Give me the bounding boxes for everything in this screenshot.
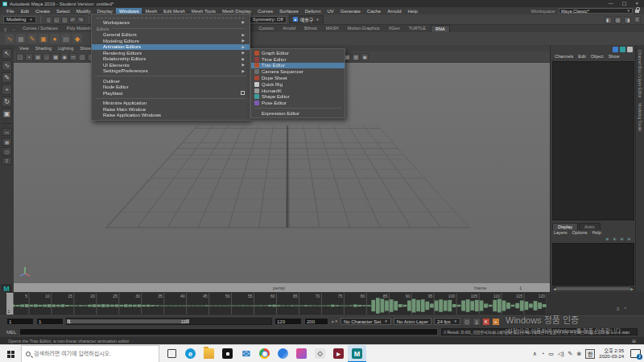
layout-menu-icon[interactable]: ≡ bbox=[2, 157, 12, 165]
fps-dropdown[interactable]: 24 fps▼ bbox=[434, 318, 460, 325]
mel-input[interactable] bbox=[19, 328, 438, 335]
workspace-controls-icon[interactable]: ≡ bbox=[634, 16, 641, 23]
submenu-item-humanik[interactable]: HumanIK bbox=[251, 88, 345, 94]
image-plane-icon[interactable]: ▦ bbox=[52, 53, 60, 61]
save-scene-icon[interactable]: ◫ bbox=[61, 16, 68, 23]
submenu-item-camera-sequencer[interactable]: Camera Sequencer bbox=[251, 68, 345, 75]
ime-indicator[interactable]: 한 bbox=[585, 349, 595, 359]
workspace-lock-icon[interactable] bbox=[635, 10, 639, 13]
shelf-tab-xgen[interactable]: XGen bbox=[385, 25, 404, 32]
taskbar-search[interactable] bbox=[21, 345, 159, 362]
minimize-button[interactable]: — bbox=[609, 0, 613, 7]
menu-item-raise-application-windows[interactable]: Raise Application Windows bbox=[92, 113, 250, 119]
menubar-item-uv[interactable]: UV bbox=[324, 8, 336, 14]
lighting-toggle-icon[interactable]: ◉ bbox=[361, 53, 369, 61]
menu-item-general-editors[interactable]: General Editors▶ bbox=[92, 32, 250, 39]
scale-tool-icon[interactable]: ▣ bbox=[2, 109, 12, 119]
shelf-tab-turtle[interactable]: TURTLE bbox=[405, 25, 430, 32]
menu-set-dropdown[interactable]: Modeling ▼ bbox=[3, 16, 36, 23]
input-indicator-icon[interactable]: ⊗ bbox=[576, 351, 581, 357]
menu-item-workspaces[interactable]: Workspaces▶ bbox=[92, 19, 250, 26]
shelf-tab-rna[interactable]: RNA bbox=[431, 25, 450, 32]
anim-layer-dropdown[interactable]: No Anim Layer bbox=[394, 318, 431, 325]
menu-item-playblast[interactable]: Playblast bbox=[92, 90, 250, 97]
submenu-item-time-editor[interactable]: Time Editor bbox=[251, 56, 345, 63]
mel-label[interactable]: MEL bbox=[6, 330, 16, 335]
panel-menu-shading[interactable]: Shading bbox=[33, 46, 54, 51]
layer-icon-4[interactable]: ▾ bbox=[626, 237, 632, 241]
poly-cube-icon[interactable]: ▣ bbox=[39, 34, 48, 43]
chrome-icon[interactable] bbox=[255, 345, 274, 362]
menubar-item-cache[interactable]: Cache bbox=[364, 8, 384, 14]
submenu-item-trax-editor[interactable]: Trax Editor bbox=[251, 63, 345, 69]
poly-extrude-icon[interactable]: ◆ bbox=[72, 34, 82, 43]
four-pane-layout-icon[interactable]: ▦ bbox=[2, 138, 12, 146]
shelf-tab-curves-surfaces[interactable]: Curves / Surfaces bbox=[19, 25, 62, 32]
undo-icon[interactable]: ↶ bbox=[69, 16, 76, 23]
film-gate-icon[interactable]: ◫ bbox=[78, 53, 86, 61]
menu-item-rendering-editors[interactable]: Rendering Editors▶ bbox=[92, 50, 250, 56]
channel-box-menu-channels[interactable]: Channels bbox=[553, 54, 575, 59]
layer-editor-content[interactable] bbox=[552, 243, 634, 286]
playback-start-field[interactable]: 1 bbox=[36, 318, 64, 325]
anim-start-field[interactable]: 1 bbox=[6, 318, 34, 325]
menu-item-modeling-editors[interactable]: Modeling Editors▶ bbox=[92, 38, 250, 44]
close-button[interactable]: × bbox=[635, 0, 638, 7]
layer-tab-display[interactable]: Display bbox=[552, 223, 578, 230]
anim-layer-filter-icon[interactable]: ≡ bbox=[617, 306, 620, 311]
menu-item-ui-elements[interactable]: UI Elements▶ bbox=[92, 62, 250, 68]
range-slider-bar[interactable]: 1 120 bbox=[68, 319, 188, 323]
poly-sphere-icon[interactable]: ● bbox=[50, 34, 60, 43]
menubar-item-edit[interactable]: Edit bbox=[18, 8, 32, 14]
maximize-button[interactable]: ▢ bbox=[622, 0, 627, 7]
menubar-item-arnold[interactable]: Arnold bbox=[384, 8, 404, 14]
submenu-item-quick-rig[interactable]: Quick Rig bbox=[251, 81, 345, 88]
menubar-item-deform[interactable]: Deform bbox=[302, 8, 324, 14]
shelf-tab-arnold[interactable]: Arnold bbox=[279, 25, 299, 32]
channel-edit-icon[interactable] bbox=[627, 47, 633, 52]
redo-icon[interactable]: ↷ bbox=[77, 16, 85, 23]
shelf-tab-bifrost[interactable]: Bifrost bbox=[300, 25, 321, 32]
channel-box-menu-object[interactable]: Object bbox=[589, 54, 605, 59]
new-scene-icon[interactable]: ▯ bbox=[45, 16, 52, 23]
option-box-icon[interactable] bbox=[241, 91, 245, 95]
task-view-button[interactable] bbox=[163, 345, 181, 362]
menubar-item-create[interactable]: Create bbox=[32, 8, 53, 14]
range-stepper-icon[interactable]: ▲▼ bbox=[331, 319, 338, 323]
photos-icon[interactable] bbox=[292, 345, 311, 362]
symmetry-field[interactable]: Symmetry: Off bbox=[250, 16, 287, 23]
channel-box-content[interactable] bbox=[552, 61, 634, 220]
channel-box-toggle-icon[interactable]: ◨ bbox=[624, 16, 631, 23]
layer-menu-layers[interactable]: Layers bbox=[552, 230, 569, 235]
playback-end-field[interactable]: 120 bbox=[275, 318, 302, 325]
single-pane-layout-icon[interactable]: ▭ bbox=[2, 128, 12, 136]
menu-item-relationship-editors[interactable]: Relationship Editors▶ bbox=[92, 56, 250, 63]
notification-center-icon[interactable]: 2 bbox=[630, 349, 641, 358]
volume-icon[interactable]: ◁) bbox=[558, 351, 564, 357]
character-set-dropdown[interactable]: No Character Set▼ bbox=[341, 318, 391, 325]
grid-toggle-icon[interactable]: ⊞ bbox=[632, 338, 636, 343]
shelf-menu-icon[interactable]: ≡ bbox=[2, 27, 10, 32]
lock-camera-icon[interactable]: ▪ bbox=[25, 53, 33, 61]
time-slider[interactable]: 5101520253035404550556065707580859095100… bbox=[0, 292, 644, 315]
range-slider-track[interactable]: 1 120 bbox=[66, 318, 272, 325]
network-icon[interactable]: ◔ bbox=[541, 351, 544, 356]
side-tab-modeling-toolkit[interactable]: Modeling Toolkit bbox=[638, 103, 642, 132]
horizontal-scrollbar[interactable]: ◀ ▶ bbox=[552, 286, 634, 291]
range-end-handle[interactable]: 120 bbox=[181, 319, 188, 324]
taskbar-clock[interactable]: 오후 2:35 2020-03-24 bbox=[599, 348, 624, 360]
oversize-gate-icon[interactable]: ▭ bbox=[69, 53, 77, 61]
move-tool-icon[interactable]: + bbox=[2, 84, 12, 95]
menubar-item-generate[interactable]: Generate bbox=[337, 8, 364, 14]
submenu-item-pose-editor[interactable]: Pose Editor bbox=[251, 100, 345, 106]
account-chip[interactable]: ● 예술구 ▼ bbox=[289, 15, 324, 23]
auto-keyframe-icon[interactable]: K bbox=[482, 318, 490, 326]
movies-app-icon[interactable]: ▶ bbox=[329, 345, 348, 362]
mail-icon[interactable]: ✉ bbox=[237, 345, 255, 362]
menu-tearoff[interactable] bbox=[97, 15, 245, 19]
rotate-tool-icon[interactable]: ↻ bbox=[2, 97, 12, 107]
channel-box-menu-show[interactable]: Show bbox=[607, 54, 621, 59]
tool-settings-toggle-icon[interactable]: ▥ bbox=[614, 16, 621, 23]
2d-pan-zoom-icon[interactable]: ◉ bbox=[60, 53, 68, 61]
shelf-collapse-icon[interactable]: − bbox=[10, 27, 19, 32]
